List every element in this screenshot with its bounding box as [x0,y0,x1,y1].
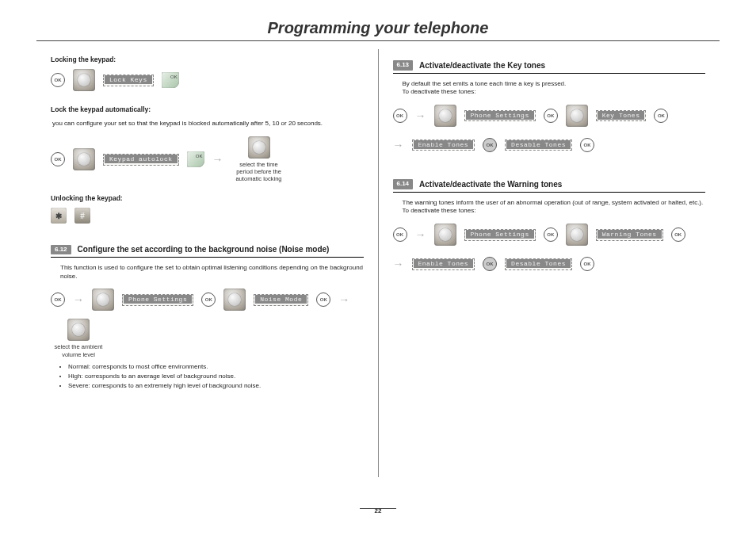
lcd-warning-tones: Warning Tones [596,229,663,241]
ok-icon: OK [580,138,594,152]
section-title: Activate/deactivate the Key tones [419,60,545,71]
lcd-text: Warning Tones [598,230,662,239]
navigator-icon [566,105,588,127]
bullet-item: Normal: corresponds to most office envir… [68,363,364,372]
lcd-enable-tones: Enable Tones [412,139,475,151]
row-warning-tones-1: OK → Phone Settings OK Warning Tones OK [393,224,706,246]
navigator-icon [434,105,456,127]
section-6-14: 6.14 Activate/deactivate the Warning ton… [393,179,706,193]
page: Programming your telephone Locking the k… [0,0,756,535]
text-line: The warning tones inform the user of an … [403,199,704,206]
row-unlock: ✱ # [51,208,364,224]
text-line: To deactivate these tones: [403,207,476,214]
bullet-item: High: corresponds to an average level of… [68,373,364,381]
ok-icon: OK [483,257,497,271]
navigator-icon [73,148,95,170]
lcd-text: Phone Settings [466,111,534,120]
lcd-text: Desable Tones [506,259,571,268]
lcd-text: Phone Settings [466,230,534,239]
section-6-12: 6.12 Configure the set according to the … [51,244,364,258]
navigator-icon [92,289,114,311]
star-key-icon: ✱ [51,208,67,224]
lcd-text: Keypad autolock [105,155,178,163]
arrow-icon: → [393,139,404,151]
softkey-icon: OK [187,151,204,167]
navigator-icon [223,289,246,311]
lcd-key-tones: Key Tones [596,110,647,122]
section-6-13: 6.13 Activate/deactivate the Key tones [393,60,706,74]
row-autolock: OK Keypad autolock OK → select the time … [51,136,364,183]
section-title: Configure the set according to the backg… [78,244,330,255]
section-number: 6.13 [393,60,414,71]
text-line: By default the set emits a tone each tim… [403,80,567,87]
noise-bullets: Normal: corresponds to most office envir… [59,363,364,390]
lcd-phone-settings: Phone Settings [122,294,193,306]
ok-icon: OK [671,227,685,242]
section-title: Activate/deactivate the Warning tones [419,179,562,190]
caption-noise: select the ambient volume level [51,343,106,358]
ok-icon: OK [393,227,407,242]
ok-icon: OK [544,227,558,242]
page-title: Programming your telephone [36,19,720,37]
ok-icon: OK [393,109,407,123]
lcd-phone-settings: Phone Settings [464,229,536,241]
left-column: Locking the keypad: OK Lock Keys OK Lock… [36,41,378,485]
softkey-icon: OK [162,72,179,88]
heading-autolock: Lock the keypad automatically: [51,105,364,114]
arrow-icon: → [393,258,404,269]
ok-icon: OK [580,257,594,271]
columns: Locking the keypad: OK Lock Keys OK Lock… [36,41,720,485]
lcd-noise-mode: Noise Mode [254,294,308,306]
lcd-text: Desable Tones [506,140,571,149]
arrow-icon: → [415,229,426,240]
lcd-disable-tones: Desable Tones [505,258,572,270]
lcd-disable-tones: Desable Tones [505,139,572,151]
page-number: 22 [375,507,382,514]
arrow-icon: → [338,294,349,305]
sec614-desc: The warning tones inform the user of an … [403,199,706,216]
heading-unlocking: Unlocking the keypad: [51,194,364,203]
caption-autolock: select the time period before the automa… [231,161,287,183]
lcd-text: Enable Tones [414,259,474,268]
lcd-enable-tones: Enable Tones [412,258,475,270]
arrow-icon: → [415,110,426,121]
lcd-text: Enable Tones [414,140,474,149]
row-key-tones-1: OK → Phone Settings OK Key Tones OK [393,105,706,127]
section-number: 6.12 [51,245,71,255]
arrow-icon: → [73,294,84,305]
navigator-icon [73,69,95,91]
arrow-icon: → [212,154,223,165]
sec613-desc: By default the set emits a tone each tim… [403,80,706,97]
ok-icon: OK [51,73,65,87]
lcd-autolock: Keypad autolock [103,154,179,166]
ok-icon: OK [654,109,668,123]
bullet-item: Severe: corresponds to an extremely high… [68,382,364,391]
navigator-icon [67,319,90,341]
section-number: 6.14 [393,179,414,189]
navigator-icon [434,224,456,246]
lcd-text: Phone Settings [124,295,192,304]
sec612-desc: This function is used to configure the s… [60,264,364,281]
text-line: To deactivate these tones: [403,88,476,95]
autolock-select-step: select the time period before the automa… [231,136,287,183]
hash-key-icon: # [74,208,90,224]
lcd-lock-keys: Lock Keys [103,75,154,86]
lcd-text: Noise Mode [255,295,307,304]
lcd-text: Lock Keys [105,75,152,84]
lcd-phone-settings: Phone Settings [464,110,536,122]
row-lock-keys: OK Lock Keys OK [51,69,364,91]
ok-icon: OK [316,292,330,307]
row-warning-tones-2: → Enable Tones OK Desable Tones OK [393,257,706,271]
ok-icon: OK [201,292,216,307]
ok-icon: OK [51,152,65,166]
right-column: 6.13 Activate/deactivate the Key tones B… [379,41,720,485]
autolock-note: you can configure your set so that the k… [52,120,364,128]
page-number-area: 22 [0,500,756,514]
heading-locking-keypad: Locking the keypad: [51,55,364,64]
ok-icon: OK [544,109,558,123]
row-key-tones-2: → Enable Tones OK Desable Tones OK [393,138,706,152]
row-noise-mode: OK → Phone Settings OK Noise Mode OK → s… [51,289,364,358]
ok-icon: OK [483,138,497,152]
navigator-icon [566,224,588,246]
ok-icon: OK [51,292,65,307]
